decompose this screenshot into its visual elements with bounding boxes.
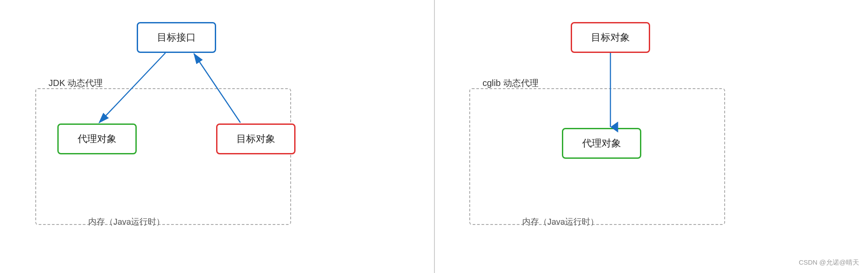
left-diagram-section: JDK 动态代理 内存（Java运行时） 目标接口 代理对象 目标对象 [0,0,370,273]
svg-line-3 [194,54,240,123]
right-diagram-section: cglib 动态代理 目标对象 内存（Java运行时） 代理对象 [434,0,868,273]
cglib-arrows-svg [434,0,868,273]
jdk-arrows-svg [0,0,370,273]
watermark: CSDN @允诺@晴天 [799,258,859,267]
svg-line-2 [99,53,165,123]
